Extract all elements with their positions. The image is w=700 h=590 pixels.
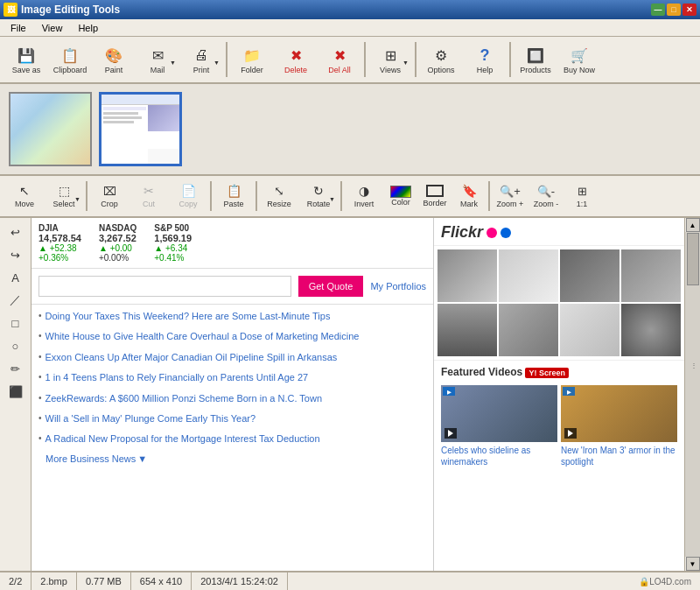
yscreen-label: Y! Screen <box>525 368 569 378</box>
views-icon: ⊞ <box>380 45 401 66</box>
flickr-photo-6[interactable] <box>499 304 558 356</box>
copy-icon: 📄 <box>181 184 196 198</box>
list-item: • Will a 'Sell in May' Plunge Come Early… <box>38 412 426 425</box>
menu-bar: File View Help <box>0 19 700 37</box>
scroll-thumb[interactable] <box>687 233 699 285</box>
video-title-1[interactable]: Celebs who sideline as winemakers <box>441 445 557 467</box>
pen-tool-button[interactable]: ✏ <box>4 358 28 379</box>
zoom-1-1-icon: ⊞ <box>578 185 587 198</box>
line-tool-button[interactable]: ／ <box>4 290 28 311</box>
scroll-up-button[interactable]: ▲ <box>686 218 700 232</box>
news-link-6[interactable]: Will a 'Sell in May' Plunge Come Early T… <box>46 412 256 425</box>
flickr-photo-5[interactable] <box>438 304 497 356</box>
flickr-photo-8[interactable] <box>621 304 681 356</box>
news-link-7[interactable]: A Radical New Proposal for the Mortgage … <box>46 432 320 446</box>
menu-file[interactable]: File <box>4 21 33 35</box>
my-portfolios-link[interactable]: My Portfolios <box>370 281 426 291</box>
video-thumb-2[interactable]: ▶ <box>561 385 677 442</box>
redo-button[interactable]: ↪ <box>4 244 28 265</box>
print-button[interactable]: 🖨 Print ▼ <box>180 40 222 79</box>
bullet: • <box>38 331 42 341</box>
fill-tool-button[interactable]: ⬛ <box>4 381 28 402</box>
folder-button[interactable]: 📁 Folder <box>231 40 273 79</box>
close-button[interactable]: ✕ <box>682 4 696 16</box>
thumbnail-1[interactable] <box>9 92 92 166</box>
undo-button[interactable]: ↩ <box>4 221 28 242</box>
help-icon: ? <box>474 45 495 66</box>
folder-icon: 📁 <box>242 45 262 66</box>
move-icon: ↖ <box>19 184 30 198</box>
stock-sp500: S&P 500 1,569.19 ▲ +6.34 +0.41% <box>154 223 192 263</box>
rect-tool-button[interactable]: □ <box>4 313 28 334</box>
mail-icon: ✉ <box>147 45 168 66</box>
invert-button[interactable]: ◑ Invert <box>345 179 383 214</box>
status-watermark: 🔒 LO4D.com <box>288 572 700 590</box>
stock-ticker: DJIA 14,578.54 ▲ +52.38 +0.36% NASDAQ 3,… <box>32 218 433 269</box>
cut-button[interactable]: ✂ Cut <box>130 179 168 214</box>
zoom-minus-button[interactable]: 🔍- Zoom - <box>528 179 564 214</box>
options-button[interactable]: ⚙ Options <box>420 40 462 79</box>
mark-icon: 🔖 <box>462 184 477 198</box>
flickr-photo-2[interactable] <box>499 249 558 302</box>
bullet: • <box>38 433 42 443</box>
news-link-1[interactable]: Doing Your Taxes This Weekend? Here are … <box>46 310 331 323</box>
video-play-1[interactable] <box>444 428 457 439</box>
more-news-link[interactable]: More Business News ▼ <box>46 453 426 464</box>
minimize-button[interactable]: — <box>651 4 665 16</box>
bullet: • <box>38 413 42 423</box>
thumbnail-2[interactable] <box>99 92 182 166</box>
flickr-photo-1[interactable] <box>438 249 497 302</box>
content-area: DJIA 14,578.54 ▲ +52.38 +0.36% NASDAQ 3,… <box>32 218 684 571</box>
delete-button[interactable]: ✖ Delete <box>275 40 317 79</box>
get-quote-button[interactable]: Get Quote <box>298 276 364 297</box>
text-tool-button[interactable]: A <box>4 267 28 288</box>
move-button[interactable]: ↖ Move <box>5 179 44 214</box>
flickr-photo-7[interactable] <box>560 304 620 356</box>
zoom-plus-button[interactable]: 🔍+ Zoom + <box>493 179 528 214</box>
views-button[interactable]: ⊞ Views ▼ <box>369 40 411 79</box>
copy-button[interactable]: 📄 Copy <box>169 179 207 214</box>
news-link-3[interactable]: Exxon Cleans Up After Major Canadian Oil… <box>46 351 338 364</box>
buy-now-button[interactable]: 🛒 Buy Now <box>558 40 600 79</box>
edit-sep-1 <box>86 181 88 211</box>
color-button[interactable]: Color <box>384 179 417 214</box>
mark-button[interactable]: 🔖 Mark <box>452 179 486 214</box>
media-panel: Flickr Featured Videos <box>434 218 684 571</box>
video-title-2[interactable]: New 'Iron Man 3' armor in the spotlight <box>561 445 677 467</box>
rotate-button[interactable]: ↻ Rotate ▼ <box>299 179 338 214</box>
mail-button[interactable]: ✉ Mail ▼ <box>136 40 178 79</box>
video-thumb-1[interactable]: ▶ <box>441 385 557 442</box>
save-as-button[interactable]: 💾 Save as <box>5 40 47 79</box>
rotate-icon: ↻ <box>313 184 324 198</box>
maximize-button[interactable]: □ <box>667 4 681 16</box>
del-all-button[interactable]: ✖ Del All <box>318 40 360 79</box>
menu-help[interactable]: Help <box>71 21 105 35</box>
flickr-photo-4[interactable] <box>621 249 681 302</box>
news-link-5[interactable]: ZeekRewards: A $600 Million Ponzi Scheme… <box>46 392 323 405</box>
menu-view[interactable]: View <box>35 21 70 35</box>
quote-input[interactable] <box>38 276 291 297</box>
clipboard-button[interactable]: 📋 Clipboard <box>49 40 91 79</box>
title-bar: 🖼 Image Editing Tools — □ ✕ <box>0 0 700 19</box>
scroll-down-button[interactable]: ▼ <box>686 557 700 571</box>
paste-button[interactable]: 📋 Paste <box>214 179 253 214</box>
ellipse-tool-button[interactable]: ○ <box>4 335 28 356</box>
news-link-4[interactable]: 1 in 4 Teens Plans to Rely Financially o… <box>46 371 309 384</box>
help-button[interactable]: ? Help <box>464 40 506 79</box>
paint-button[interactable]: 🎨 Paint <box>93 40 135 79</box>
flickr-photo-3[interactable] <box>560 249 620 302</box>
left-tools: ↩ ↪ A ／ □ ○ ✏ ⬛ <box>0 218 32 571</box>
status-filesize: 0.77 MB <box>77 572 131 590</box>
border-button[interactable]: Border <box>418 179 452 214</box>
crop-button[interactable]: ⌧ Crop <box>90 179 129 214</box>
products-button[interactable]: 🔲 Products <box>514 40 556 79</box>
news-link-2[interactable]: White House to Give Health Care Overhaul… <box>46 330 360 343</box>
stock-djia: DJIA 14,578.54 ▲ +52.38 +0.36% <box>38 223 81 263</box>
video-play-2[interactable] <box>564 428 577 439</box>
scroll-dots: ⋮ <box>690 362 697 369</box>
resize-button[interactable]: ⤡ Resize <box>260 179 298 214</box>
flickr-dot-pink <box>486 228 497 238</box>
select-button[interactable]: ⬚ Select ▼ <box>45 179 83 214</box>
zoom-1-1-button[interactable]: ⊞ 1:1 <box>564 179 599 214</box>
views-arrow: ▼ <box>402 60 409 66</box>
